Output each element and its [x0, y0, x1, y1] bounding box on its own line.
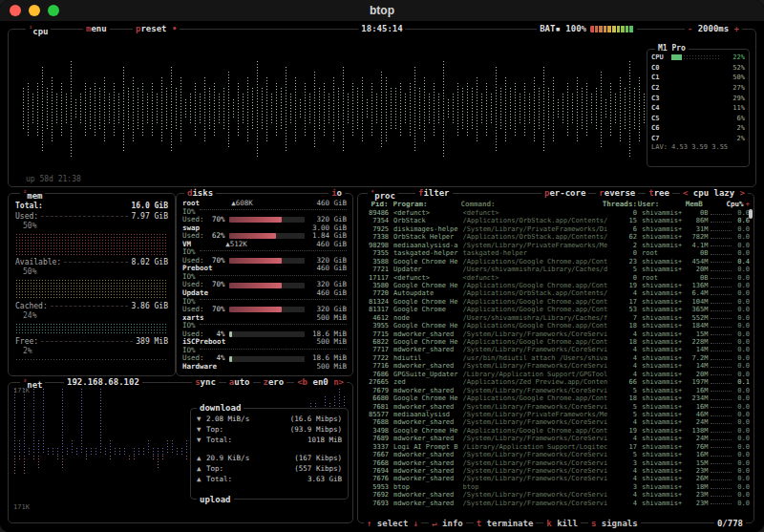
col-program[interactable]: Program:: [393, 200, 458, 208]
graph-column: [176, 447, 179, 455]
download-label: download: [197, 402, 244, 414]
proc-table-row[interactable]: 7338OrbStack Helper/Applications/OrbStac…: [364, 233, 750, 241]
proc-table-row[interactable]: 3588Google Chrome He/Applications/Google…: [364, 258, 750, 266]
minimize-button[interactable]: [29, 5, 40, 16]
download-stat-value: (93.9 Mibps): [290, 425, 342, 434]
cpu-box-title[interactable]: ¹cpu: [26, 23, 51, 37]
proc-table-row[interactable]: 81317Google Chrome/Applications/Google C…: [364, 306, 750, 313]
proc-table-row[interactable]: 7679mdworker_shared/System/Library/Frame…: [364, 387, 750, 394]
graph-column: [509, 87, 512, 130]
proc-table-row[interactable]: 7354OrbStack/Applications/OrbStack.app/C…: [364, 217, 750, 224]
filter-button[interactable]: filter: [415, 187, 453, 199]
proc-table-row[interactable]: 5953btopbtop3shivammis+18M0.0: [364, 483, 750, 491]
proc-table-row[interactable]: 7693mdworker_shared/System/Library/Frame…: [364, 500, 750, 507]
graph-column: [698, 109, 700, 113]
info-button[interactable]: ↵ info: [429, 518, 466, 529]
col-command[interactable]: Command:: [461, 200, 603, 208]
proc-table-row[interactable]: 7689mdworker_shared/System/Library/Frame…: [364, 435, 750, 442]
graph-column: [23, 388, 26, 455]
col-memb[interactable]: MemB: [679, 200, 703, 208]
proc-table-row[interactable]: 7676mdworker_shared/System/Library/Frame…: [364, 475, 750, 482]
proc-table-row[interactable]: 7667mdworker_shared/System/Library/Frame…: [364, 451, 750, 458]
proc-table-row[interactable]: 7668mdworker_shared/System/Library/Frame…: [364, 459, 750, 467]
graph-column: [437, 93, 440, 125]
graph-column: [679, 140, 681, 142]
col-cpu[interactable]: Cpu%: [726, 200, 744, 208]
graph-column: [710, 130, 711, 132]
proc-table-row[interactable]: 6822Google Chrome He/Applications/Google…: [364, 338, 750, 346]
tree-toggle[interactable]: tree: [646, 187, 672, 199]
proc-table-row[interactable]: 17117<defunct><defunct>0root0B0.0: [364, 274, 750, 282]
proc-program: mdworker_shared: [393, 435, 460, 442]
interval-increase-button[interactable]: +: [734, 24, 739, 33]
graph-column: [79, 93, 82, 125]
proc-table-row[interactable]: 27665zed/Applications/Zed Preview.app/Co…: [364, 378, 750, 386]
disk-used-percent: 70%: [204, 306, 225, 314]
proc-table-row[interactable]: 3955Google Chrome He/Applications/Google…: [364, 322, 750, 330]
net-interface-selector[interactable]: <b en0 n>: [294, 376, 347, 388]
proc-table-row[interactable]: 7717mdworker_shared/System/Library/Frame…: [364, 346, 750, 353]
proc-table-row[interactable]: 7688mdworker_shared/System/Library/Frame…: [364, 418, 750, 426]
disk-size: 500 MiB: [316, 338, 347, 347]
net-auto-toggle[interactable]: auto: [226, 376, 253, 388]
proc-table-row[interactable]: 7355taskgated-helpertaskgated-helper0roo…: [364, 249, 750, 257]
graph-column: [157, 447, 159, 455]
proc-table-row[interactable]: 7692mdworker_shared/System/Library/Frame…: [364, 491, 750, 499]
proc-table-row[interactable]: 89486<defunct><defunct>0shivammis+0B0.0: [364, 209, 750, 217]
graph-column: [242, 93, 244, 125]
proc-table-row[interactable]: 7686GPGSuite_Updater/Library/Application…: [364, 371, 750, 378]
sort-selector[interactable]: < cpu lazy >: [680, 187, 748, 199]
proc-mem-graph: [711, 371, 731, 375]
mem-box-title[interactable]: ²mem: [20, 187, 45, 202]
proc-table-row[interactable]: 7681mdworker_shared/System/Library/Frame…: [364, 403, 750, 411]
terminate-button[interactable]: t terminate: [474, 518, 537, 529]
proc-box-title[interactable]: ⁴proc: [368, 187, 398, 202]
per-core-toggle[interactable]: per-core: [541, 187, 588, 199]
net-zero-toggle[interactable]: zero: [261, 376, 287, 388]
graph-column: [127, 87, 130, 130]
proc-table-row[interactable]: 7694mdworker_shared/System/Library/Frame…: [364, 467, 750, 475]
proc-table-row[interactable]: 7716mdworker_shared/System/Library/Frame…: [364, 362, 750, 370]
proc-table-row[interactable]: 7720Autoupdate/Applications/OrbStack.app…: [364, 289, 750, 297]
interval-decrease-button[interactable]: -: [688, 24, 692, 33]
zoom-button[interactable]: [48, 5, 59, 16]
proc-table-row[interactable]: 4612node/Users/shivammishra/Library/Cach…: [364, 314, 750, 322]
graph-column: [710, 120, 711, 122]
proc-user: shivammis+: [642, 217, 684, 224]
proc-cpu: 0.0: [732, 435, 750, 442]
preset-button[interactable]: preset •: [133, 23, 180, 34]
proc-scrollbar[interactable]: [749, 209, 753, 219]
proc-user: shivammis+: [642, 387, 684, 394]
disks-box-title[interactable]: disks: [184, 187, 216, 199]
io-mode-toggle[interactable]: io: [329, 187, 345, 199]
proc-table-row[interactable]: 81324Google Chrome He/Applications/Googl…: [364, 298, 750, 306]
proc-table-row[interactable]: 3498Google Chrome He/Applications/Google…: [364, 427, 750, 435]
proc-table-row[interactable]: 7925diskimages-helpe/System/Library/Priv…: [364, 225, 750, 233]
col-user[interactable]: User:: [638, 200, 679, 208]
proc-table-row[interactable]: 7721Updater/Users/shivammishra/Library/C…: [364, 266, 750, 273]
proc-table-row[interactable]: 6680Google Chrome He/Applications/Google…: [364, 394, 750, 402]
net-sync-toggle[interactable]: sync: [192, 376, 219, 388]
kill-button[interactable]: k kill: [543, 518, 581, 529]
col-threads[interactable]: Threads:: [603, 200, 633, 208]
signals-button[interactable]: s signals: [588, 518, 641, 529]
close-button[interactable]: [10, 5, 21, 16]
disk-used-bar: [229, 233, 305, 239]
proc-table-row[interactable]: 98298mediaanalysisd-a/System/Library/Pri…: [364, 242, 750, 249]
graph-column: [590, 93, 593, 125]
proc-table-row[interactable]: 3337Logi AI Prompt B/Library/Application…: [364, 443, 750, 451]
proc-table-row[interactable]: 85577mediaanalysisd/System/Library/Priva…: [364, 411, 750, 418]
proc-table-row[interactable]: 7715mdworker_shared/System/Library/Frame…: [364, 330, 750, 338]
proc-table-row[interactable]: 3580Google Chrome He/Applications/Google…: [364, 282, 750, 289]
graph-column: [683, 89, 685, 92]
download-stats: ▼2.08 MiB/s(16.6 Mibps)▼Top:(93.9 Mibps)…: [197, 414, 342, 445]
proc-table-row[interactable]: 7722hdiutil/usr/bin/hdiutil attach /User…: [364, 354, 750, 362]
menu-button[interactable]: menu: [83, 23, 110, 34]
select-control[interactable]: ↑ select ↓: [364, 518, 421, 529]
reverse-toggle[interactable]: reverse: [596, 187, 638, 199]
disk-name: Hardware: [182, 363, 217, 372]
proc-footer: ↑ select ↓ ↵ info t terminate k kill s s…: [364, 518, 641, 529]
proc-user: shivammis+: [642, 427, 684, 435]
graph-column: [538, 87, 541, 130]
graph-column: [61, 388, 64, 455]
